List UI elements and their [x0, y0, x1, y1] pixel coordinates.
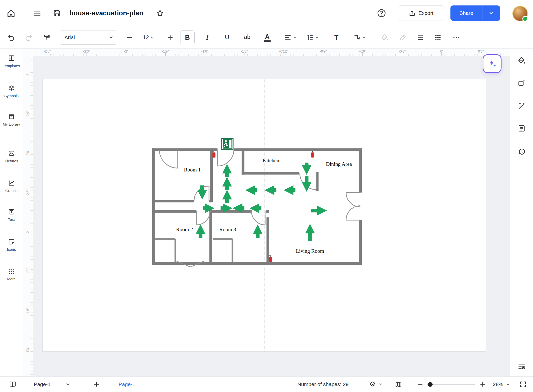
notes-panel-button[interactable]: [514, 121, 529, 136]
page-tab-active[interactable]: Page-1: [118, 381, 135, 387]
ruler-tick-label: -2'9": [26, 111, 30, 117]
decrease-font-size-button[interactable]: [123, 30, 136, 44]
horizontal-ruler[interactable]: -2'6" -2'3" -2' -1'9" -1'6" -1'3" -0'12"…: [23, 49, 510, 56]
vertical-ruler[interactable]: -3' -2'9" -2'6" -2'3" -2' -1'9" -1'6" -1…: [23, 56, 33, 376]
font-size-select[interactable]: 12: [143, 30, 155, 44]
sidebar-item-more[interactable]: More: [0, 268, 23, 281]
outline-panel-button[interactable]: [514, 359, 529, 373]
page-panel-button[interactable]: [9, 380, 17, 388]
font-family-select[interactable]: Arial: [60, 30, 117, 45]
room-label[interactable]: Kitchen: [263, 158, 279, 164]
add-page-button[interactable]: [93, 381, 100, 388]
share-button[interactable]: Share: [450, 5, 482, 21]
templates-icon: [8, 55, 15, 62]
library-icon: [8, 113, 15, 120]
status-bar: Page-1 Page-1 Number of shapes: 29 28%: [0, 376, 533, 392]
chevron-down-icon: [488, 10, 494, 16]
italic-button[interactable]: I: [201, 30, 213, 44]
bold-button[interactable]: B: [180, 30, 195, 44]
increase-font-size-button[interactable]: [164, 30, 176, 44]
ruler-tick-label: -0'6": [359, 49, 366, 53]
zoom-out-button[interactable]: [417, 381, 424, 388]
zoom-level-dropdown[interactable]: 28%: [493, 381, 510, 387]
redo-button[interactable]: [22, 30, 35, 44]
floor-plan[interactable]: Room 1 Kitchen Dining Area Room 2 Room 3…: [149, 136, 367, 268]
connector-button[interactable]: [354, 30, 366, 44]
layers-button[interactable]: [369, 381, 383, 388]
font-color-button[interactable]: A: [261, 30, 273, 44]
chevron-down-icon: [109, 35, 114, 40]
chevron-down-icon: [362, 35, 366, 40]
font-family-value: Arial: [64, 34, 75, 40]
graphs-icon: [8, 179, 15, 187]
sidebar-item-graphs[interactable]: Graphs: [0, 179, 23, 193]
line-weight-button[interactable]: [414, 30, 427, 44]
export-icon: [409, 10, 416, 17]
zoom-level-value: 28%: [493, 381, 503, 387]
text-tool-glyph: T: [334, 34, 339, 41]
line-spacing-button[interactable]: [306, 30, 319, 44]
ruler-tick-label: -2'6": [44, 49, 51, 53]
strikethrough-button[interactable]: ab: [241, 30, 253, 44]
map-overview-button[interactable]: [395, 381, 402, 388]
zoom-in-button[interactable]: [479, 381, 486, 388]
ruler-tick-label: -2'3": [26, 190, 30, 196]
undo-icon: [7, 33, 15, 42]
format-painter-icon: [43, 34, 51, 41]
zoom-slider-knob[interactable]: [428, 382, 433, 387]
sidebar-item-templates[interactable]: Templates: [0, 55, 23, 68]
fill-color-button[interactable]: [378, 30, 391, 44]
history-icon: [517, 147, 526, 156]
room-label[interactable]: Living Room: [296, 248, 324, 254]
export-button[interactable]: Export: [398, 5, 444, 21]
room-label[interactable]: Room 1: [184, 167, 201, 173]
line-weight-icon: [417, 34, 424, 41]
zoom-slider-track[interactable]: [427, 384, 475, 385]
underline-glyph: U: [224, 33, 230, 41]
underline-button[interactable]: U: [221, 30, 233, 44]
home-button[interactable]: [4, 6, 18, 20]
sidebar-label: Icons: [1, 247, 21, 252]
ruler-tick-label: -1'6": [201, 49, 208, 53]
history-panel-button[interactable]: [514, 144, 529, 159]
more-tools-button[interactable]: [450, 30, 462, 44]
sidebar-item-pictures[interactable]: Pictures: [0, 150, 23, 164]
ai-assistant-button[interactable]: [483, 54, 502, 73]
help-button[interactable]: [375, 6, 388, 20]
strikethrough-glyph: ab: [244, 34, 251, 41]
closets[interactable]: [155, 239, 232, 262]
text-align-button[interactable]: [284, 30, 297, 44]
page-dropdown[interactable]: Page-1: [34, 381, 70, 387]
minus-icon: [126, 34, 133, 41]
sidebar-item-icons[interactable]: Icons: [0, 238, 23, 252]
main-menu-button[interactable]: [30, 6, 44, 20]
magic-wand-panel-button[interactable]: [514, 99, 529, 113]
room-label[interactable]: Dining Area: [326, 161, 352, 167]
layers-icon: [369, 381, 376, 388]
top-bar: house-evacuation-plan Export Share: [0, 0, 533, 26]
line-color-button[interactable]: [397, 30, 409, 44]
text-tool-button[interactable]: T: [330, 30, 343, 44]
sidebar-item-my-library[interactable]: My Library: [0, 113, 23, 127]
ruler-tick-label: -2': [26, 229, 30, 236]
favorite-button[interactable]: [153, 6, 167, 20]
line-style-button[interactable]: [432, 30, 444, 44]
undo-button[interactable]: [5, 30, 17, 44]
save-button[interactable]: [50, 6, 64, 20]
share-options-button[interactable]: [482, 5, 500, 21]
room-label[interactable]: Room 3: [219, 226, 236, 232]
sidebar-item-text[interactable]: Text: [0, 208, 23, 222]
fill-style-panel-button[interactable]: [514, 53, 529, 68]
format-painter-button[interactable]: [40, 30, 53, 44]
sidebar-item-symbols[interactable]: Symbols: [0, 84, 23, 98]
fullscreen-button[interactable]: [519, 381, 527, 388]
minus-icon: [417, 381, 424, 388]
canvas-area[interactable]: -2'6" -2'3" -2' -1'9" -1'6" -1'3" -0'12"…: [23, 49, 510, 376]
room-label[interactable]: Room 2: [176, 226, 193, 232]
avatar[interactable]: [512, 6, 528, 21]
exit-sign[interactable]: [221, 138, 233, 150]
document-title: house-evacuation-plan: [69, 9, 143, 17]
ruler-tick-label: -1'6": [26, 308, 30, 314]
connector-icon: [354, 34, 361, 41]
insert-shape-panel-button[interactable]: [514, 76, 529, 90]
